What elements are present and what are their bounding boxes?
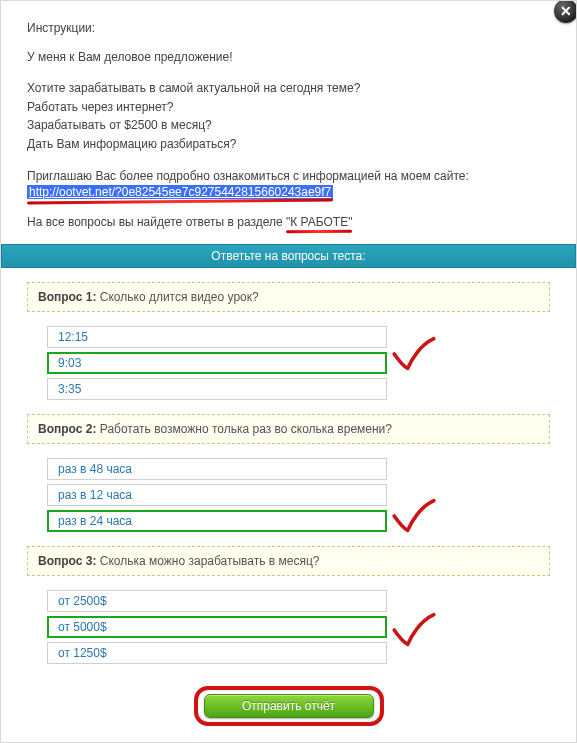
answers-group-2: раз в 48 часа раз в 12 часа раз в 24 час… [47,458,387,532]
invite-link-wrap: http://ootvet.net/?0e82545ee7c9275442815… [27,184,333,200]
question-label: Вопрос 2: [38,422,96,436]
page-container: ✕ Инструкции: У меня к Вам деловое предл… [0,0,577,743]
question-box-2: Вопрос 2: Работать возможно толька раз в… [27,414,550,444]
answers-hint-section: "К РАБОТЕ" [286,214,352,230]
answers-group-3: от 2500$ от 5000$ от 1250$ [47,590,387,664]
question-text: Сколько длится видео урок? [100,290,259,304]
test-header: Ответьте на вопросы теста: [1,244,576,268]
answer-option[interactable]: от 1250$ [47,642,387,664]
answer-option-selected[interactable]: раз в 24 часа [47,510,387,532]
checkmark-icon [391,612,437,648]
invite-link[interactable]: http://ootvet.net/?0e82545ee7c9275442815… [27,185,333,199]
pitch-line: Зарабатывать от $2500 в месяц? [27,118,212,132]
submit-area: Отправить отчёт [27,686,550,726]
answer-option-selected[interactable]: от 5000$ [47,616,387,638]
answer-option-selected[interactable]: 9:03 [47,352,387,374]
instructions-label: Инструкции: [27,21,550,35]
question-text: Сколька можно зарабатывать в месяц? [100,554,320,568]
answer-option[interactable]: 12:15 [47,326,387,348]
question-box-3: Вопрос 3: Сколька можно зарабатывать в м… [27,546,550,576]
checkmark-icon [391,498,437,534]
submit-button[interactable]: Отправить отчёт [204,694,374,718]
question-label: Вопрос 3: [38,554,96,568]
content: Инструкции: У меня к Вам деловое предлож… [1,1,576,726]
question-box-1: Вопрос 1: Сколько длится видео урок? [27,282,550,312]
answer-option[interactable]: 3:35 [47,378,387,400]
pitch-line: Хотите зарабатывать в самой актуальной н… [27,81,360,95]
question-text: Работать возможно толька раз во сколька … [100,422,392,436]
question-label: Вопрос 1: [38,290,96,304]
checkmark-icon [391,336,437,372]
submit-highlight-outline: Отправить отчёт [194,686,384,726]
answers-hint: На все вопросы вы найдете ответы в разде… [27,214,550,230]
pitch-line: Работать через интернет? [27,100,173,114]
invite-block: Приглашаю Вас более подробно ознакомитьс… [27,168,550,200]
close-icon[interactable]: ✕ [554,0,577,23]
invite-prefix: Приглашаю Вас более подробно ознакомитьс… [27,169,469,183]
pitch-block: Хотите зарабатывать в самой актуальной н… [27,79,550,153]
answer-option[interactable]: раз в 12 часа [47,484,387,506]
answers-group-1: 12:15 9:03 3:35 [47,326,387,400]
answer-option[interactable]: от 2500$ [47,590,387,612]
answers-hint-prefix: На все вопросы вы найдете ответы в разде… [27,215,286,229]
answer-option[interactable]: раз в 48 часа [47,458,387,480]
intro-text: У меня к Вам деловое предложение! [27,49,550,65]
pitch-line: Дать Вам информацию разбираться? [27,137,236,151]
